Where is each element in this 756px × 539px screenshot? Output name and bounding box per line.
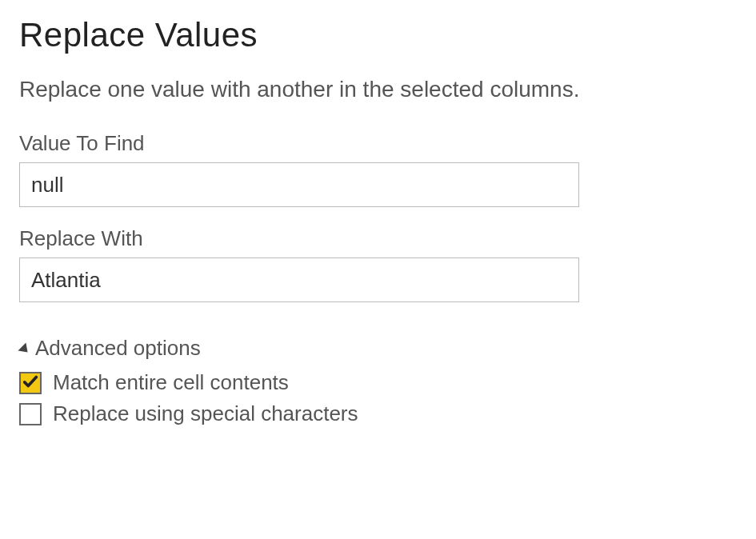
- dialog-description: Replace one value with another in the se…: [19, 77, 737, 102]
- replace-with-group: Replace With: [19, 226, 737, 302]
- special-chars-checkbox-row[interactable]: Replace using special characters: [19, 401, 737, 426]
- match-entire-checkbox[interactable]: [19, 372, 42, 394]
- match-entire-checkbox-row[interactable]: Match entire cell contents: [19, 370, 737, 395]
- replace-with-input[interactable]: [19, 258, 579, 302]
- special-chars-checkbox[interactable]: [19, 403, 42, 425]
- match-entire-label: Match entire cell contents: [53, 370, 289, 395]
- value-to-find-label: Value To Find: [19, 131, 737, 156]
- advanced-options-toggle[interactable]: Advanced options: [19, 336, 737, 361]
- checkmark-icon: [22, 373, 39, 393]
- advanced-options-label: Advanced options: [35, 336, 201, 361]
- special-chars-label: Replace using special characters: [53, 401, 358, 426]
- expand-collapse-icon: [18, 342, 32, 356]
- advanced-options-section: Advanced options Match entire cell conte…: [19, 336, 737, 426]
- replace-with-label: Replace With: [19, 226, 737, 251]
- value-to-find-input[interactable]: [19, 162, 579, 207]
- dialog-title: Replace Values: [19, 16, 737, 54]
- value-to-find-group: Value To Find: [19, 131, 737, 207]
